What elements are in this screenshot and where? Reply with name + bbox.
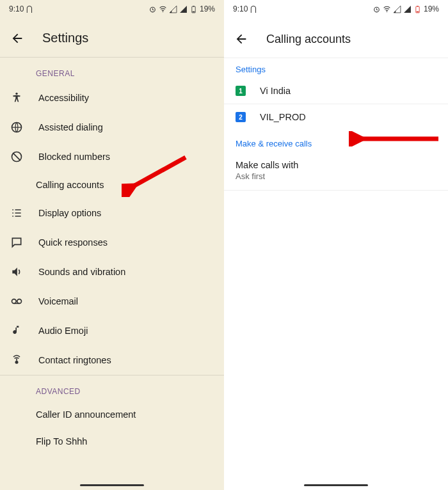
item-assisted-dialing[interactable]: Assisted dialing xyxy=(0,113,224,142)
item-label: Sounds and vibration xyxy=(38,267,125,277)
section-header-advanced: ADVANCED xyxy=(0,375,224,401)
svg-line-8 xyxy=(13,153,20,161)
status-icons-right: 19% xyxy=(372,4,439,13)
sim-item-1[interactable]: 1 Vi India xyxy=(224,78,448,104)
wifi-icon xyxy=(383,5,391,13)
item-sounds-vibration[interactable]: Sounds and vibration xyxy=(0,257,224,287)
item-label: Calling accounts xyxy=(36,180,104,190)
status-time: 9:10 ⋂ xyxy=(9,4,33,13)
sim1-badge-icon: 1 xyxy=(236,86,246,96)
general-section: GENERAL Accessibility Assisted dialing B… xyxy=(0,57,224,375)
item-label: Blocked numbers xyxy=(38,152,110,162)
svg-point-15 xyxy=(387,11,388,12)
right-statusbar: 9:10 ⋂ 19% xyxy=(224,0,448,18)
back-button[interactable] xyxy=(234,32,248,46)
item-label: Audio Emoji xyxy=(38,326,88,336)
sim2-badge-icon: 2 xyxy=(236,112,246,122)
arrow-back-icon xyxy=(234,32,248,46)
message-icon xyxy=(10,236,23,249)
item-caller-id[interactable]: Caller ID announcement xyxy=(0,401,224,428)
advanced-section: ADVANCED Caller ID announcement Flip To … xyxy=(0,375,224,455)
svg-point-5 xyxy=(15,93,17,95)
wifi-icon xyxy=(159,5,167,13)
make-calls-with[interactable]: Make calls with Ask first xyxy=(224,155,448,191)
sim1-label: Vi India xyxy=(260,86,291,96)
arrow-back-icon xyxy=(10,31,24,45)
item-label: Flip To Shhh xyxy=(36,436,87,447)
item-contact-ringtones[interactable]: Contact ringtones xyxy=(0,345,224,375)
make-calls-title: Make calls with xyxy=(236,160,436,170)
svg-rect-18 xyxy=(417,11,419,12)
item-voicemail[interactable]: Voicemail xyxy=(0,287,224,316)
item-label: Voicemail xyxy=(38,296,78,306)
battery-pct: 19% xyxy=(424,4,439,13)
item-label: Assisted dialing xyxy=(38,122,103,132)
annotation-arrow-right xyxy=(349,131,445,146)
annotation-arrow-left xyxy=(122,152,192,197)
item-audio-emoji[interactable]: Audio Emoji xyxy=(0,316,224,345)
page-title-left: Settings xyxy=(42,31,88,45)
battery-icon xyxy=(189,5,198,13)
svg-rect-3 xyxy=(193,6,194,6)
item-quick-responses[interactable]: Quick responses xyxy=(0,228,224,257)
section-header-general: GENERAL xyxy=(0,58,224,83)
right-header: Calling accounts xyxy=(224,18,448,58)
battery-pct: 19% xyxy=(200,4,215,13)
globe-dial-icon xyxy=(10,121,23,134)
svg-line-13 xyxy=(131,157,186,187)
left-screen: 9:10 ⋂ 19% Settings GENERAL Accessibilit… xyxy=(0,0,224,490)
back-button[interactable] xyxy=(10,31,24,45)
nav-handle-left[interactable] xyxy=(80,484,144,486)
right-screen: 9:10 ⋂ 19% Calling accounts Settings 1 V… xyxy=(224,0,448,490)
svg-point-10 xyxy=(17,299,22,304)
item-accessibility[interactable]: Accessibility xyxy=(0,83,224,113)
make-calls-value: Ask first xyxy=(236,171,436,181)
svg-point-12 xyxy=(15,361,19,364)
signal2-icon xyxy=(179,5,188,13)
status-time: 9:10 ⋂ xyxy=(233,4,257,13)
nav-handle-right[interactable] xyxy=(304,484,368,486)
left-statusbar: 9:10 ⋂ 19% xyxy=(0,0,224,18)
item-flip-shhh[interactable]: Flip To Shhh xyxy=(0,428,224,455)
item-label: Display options xyxy=(38,208,101,218)
svg-point-9 xyxy=(12,299,17,304)
status-icons-left: 19% xyxy=(148,4,215,13)
svg-rect-17 xyxy=(417,6,418,6)
alarm-icon xyxy=(372,5,381,13)
item-label: Caller ID announcement xyxy=(36,409,136,420)
sim2-label: VIL_PROD xyxy=(260,112,306,122)
alarm-icon xyxy=(148,5,157,13)
svg-point-1 xyxy=(163,11,164,12)
accessibility-icon xyxy=(10,91,23,104)
list-icon xyxy=(10,207,23,219)
section-header-settings: Settings xyxy=(224,58,448,78)
item-label: Accessibility xyxy=(38,93,89,103)
sim-item-2[interactable]: 2 VIL_PROD xyxy=(224,104,448,130)
signal2-icon xyxy=(403,5,412,13)
signal1-icon xyxy=(393,5,401,13)
ringtone-icon xyxy=(10,354,23,367)
svg-rect-4 xyxy=(193,11,195,12)
block-icon xyxy=(10,150,23,163)
page-title-right: Calling accounts xyxy=(266,33,351,46)
sound-icon xyxy=(10,265,23,278)
item-display-options[interactable]: Display options xyxy=(0,198,224,228)
item-label: Quick responses xyxy=(38,237,108,248)
signal1-icon xyxy=(169,5,177,13)
item-label: Contact ringtones xyxy=(38,355,111,365)
music-note-icon xyxy=(10,324,23,337)
battery-low-icon xyxy=(413,5,422,13)
voicemail-icon xyxy=(10,295,23,308)
left-header: Settings xyxy=(0,18,224,57)
